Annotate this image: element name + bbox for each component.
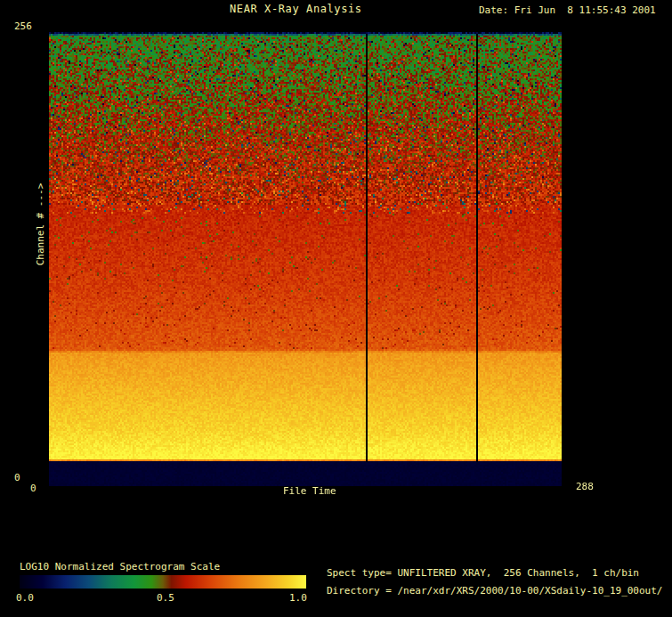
x-axis-label: File Time [283,485,336,497]
app-window: NEAR X-Ray Analysis Date: Fri Jun 8 11:5… [0,0,672,617]
colorbar-gradient [20,575,306,589]
date-label: Date: Fri Jun 8 11:55:43 2001 [479,4,656,16]
colorbar-tick-max: 1.0 [289,592,307,604]
y-axis-min-tick: 0 [14,472,20,483]
page-title: NEAR X-Ray Analysis [230,4,362,15]
spectrogram-plot [49,32,562,486]
colorbar-tick-mid: 0.5 [157,592,174,604]
x-axis-min-tick: 0 [30,483,36,494]
directory-line: Directory = /near/xdr/XRS/2000/10-00/XSd… [327,585,663,597]
y-axis-max-tick: 256 [14,20,32,32]
colorbar-title: LOG10 Normalized Spectrogram Scale [20,561,220,572]
colorbar-tick-min: 0.0 [16,592,34,604]
y-axis-label: Channel # ---> [35,183,46,266]
spect-type-line: Spect type= UNFILTERED XRAY, 256 Channel… [327,567,639,579]
spectrogram-canvas [49,32,562,486]
x-axis-max-tick: 288 [576,481,594,492]
